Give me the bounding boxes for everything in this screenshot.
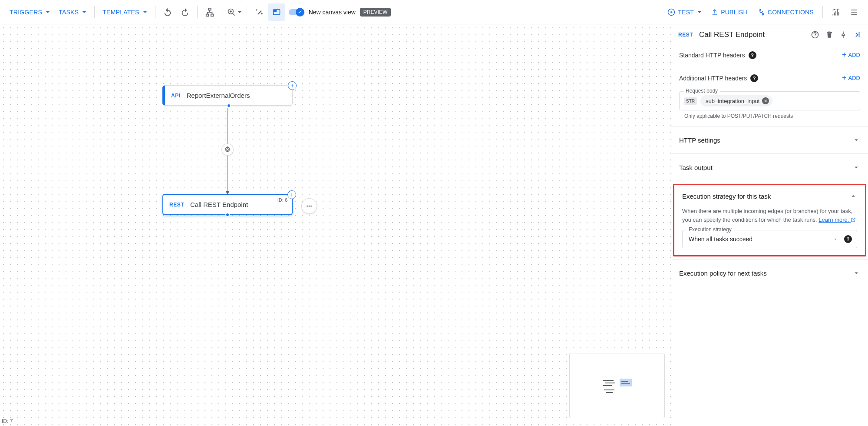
properties-panel: REST Call REST Endpoint Standard HTTP he…: [671, 24, 868, 426]
external-link-icon: [851, 217, 856, 223]
std-headers-label: Standard HTTP headers: [679, 52, 745, 59]
svg-point-10: [227, 149, 228, 150]
select-value: When all tasks succeed: [689, 236, 752, 243]
magic-button[interactable]: [251, 3, 268, 21]
exec-strategy-description: When there are multiple incoming edges (…: [674, 207, 865, 224]
layout-button[interactable]: [201, 3, 218, 21]
chevron-down-icon: [852, 163, 860, 171]
tree-icon: [205, 7, 215, 17]
separator: [822, 6, 823, 18]
addl-headers-label: Additional HTTP headers: [679, 75, 747, 82]
switch-thumb: [296, 8, 304, 17]
task-node-rest[interactable]: + REST Call REST Endpoint ID: 6: [162, 194, 293, 215]
exec-strategy-select[interactable]: When all tasks succeed: [682, 230, 857, 248]
publish-icon: [711, 9, 718, 16]
help-circle-icon: [811, 30, 819, 39]
node-add-button[interactable]: +: [288, 81, 297, 90]
tasks-menu[interactable]: TASKS: [54, 5, 91, 19]
chip-remove-button[interactable]: ✕: [762, 97, 769, 104]
caret-down-icon: [238, 11, 242, 13]
add-std-header-button[interactable]: + ADD: [842, 50, 860, 60]
caret-down-icon: [46, 11, 50, 13]
svg-rect-9: [851, 14, 857, 15]
panel-toggle-button[interactable]: [268, 3, 285, 21]
field-label: Request body: [683, 88, 720, 94]
panel-badge: REST: [678, 32, 693, 38]
triggers-menu[interactable]: TRIGGERS: [5, 5, 54, 19]
zoom-button[interactable]: [226, 3, 243, 21]
add-addl-header-button[interactable]: + ADD: [842, 73, 860, 83]
magic-wand-icon: [255, 8, 264, 17]
canvas-view-label: New canvas view: [309, 9, 356, 16]
connections-button[interactable]: CONNECTIONS: [753, 5, 818, 20]
caret-down-icon: [82, 11, 86, 13]
learn-more-link[interactable]: Learn more.: [818, 216, 856, 223]
separator: [247, 6, 247, 18]
chevron-down-icon: [852, 136, 860, 144]
request-body-input[interactable]: STR sub_integration_input ✕: [679, 91, 860, 110]
trigger-node[interactable]: + API ReportExternalOrders: [162, 85, 293, 106]
redo-button[interactable]: [176, 3, 194, 21]
publish-button[interactable]: PUBLISH: [707, 5, 752, 19]
node-port[interactable]: [227, 103, 231, 108]
add-label: ADD: [848, 75, 860, 81]
undo-button[interactable]: [159, 3, 176, 21]
exec-policy-section[interactable]: Execution policy for next tasks: [671, 262, 868, 284]
trash-icon: [825, 31, 833, 39]
http-settings-section[interactable]: HTTP settings: [671, 129, 868, 151]
connections-label: CONNECTIONS: [768, 9, 814, 16]
minimap-icon: [600, 377, 634, 394]
node-title: ReportExternalOrders: [187, 92, 250, 99]
delete-button[interactable]: [825, 31, 833, 39]
execution-strategy-section: Execution strategy for this task When th…: [673, 184, 866, 256]
undo-icon: [163, 7, 172, 17]
menu-button[interactable]: [845, 3, 863, 21]
canvas-footer-id: ID: 7: [2, 418, 13, 424]
plus-icon: +: [842, 50, 847, 60]
toolbar-right: TEST PUBLISH CONNECTIONS: [663, 3, 863, 21]
help-tooltip[interactable]: ?: [750, 74, 758, 82]
svg-rect-0: [208, 8, 211, 10]
test-label: TEST: [678, 9, 694, 16]
preview-badge: PREVIEW: [360, 8, 391, 17]
canvas[interactable]: + API ReportExternalOrders + REST Call R…: [0, 24, 671, 426]
edge-settings-button[interactable]: [221, 143, 234, 156]
section-title: Task output: [679, 164, 713, 171]
request-body-field: Request body STR sub_integration_input ✕: [679, 91, 860, 110]
pin-button[interactable]: [839, 31, 847, 39]
divider: [671, 126, 868, 126]
node-more-button[interactable]: [301, 198, 317, 214]
node-add-button[interactable]: +: [287, 190, 296, 199]
tasks-label: TASKS: [59, 9, 79, 16]
field-label: Execution strategy: [686, 226, 734, 233]
templates-menu[interactable]: TEMPLATES: [98, 5, 151, 19]
request-body-help: Only applicable to POST/PUT/PATCH reques…: [679, 113, 860, 119]
exec-strategy-header[interactable]: Execution strategy for this task: [674, 185, 865, 207]
help-tooltip[interactable]: ?: [749, 51, 756, 59]
separator: [155, 6, 155, 18]
caret-down-icon: [697, 11, 702, 13]
node-id: ID: 6: [277, 197, 287, 203]
task-output-section[interactable]: Task output: [671, 156, 868, 178]
help-tooltip[interactable]: ?: [844, 235, 852, 243]
caret-down-icon: [833, 236, 838, 242]
plus-icon: +: [842, 73, 847, 83]
variable-chip[interactable]: sub_integration_input ✕: [700, 95, 772, 106]
minimap[interactable]: [569, 353, 665, 418]
collapse-panel-button[interactable]: [853, 31, 861, 39]
divider: [671, 181, 868, 181]
svg-rect-2: [211, 14, 213, 16]
redo-icon: [180, 7, 190, 17]
analytics-button[interactable]: [827, 3, 845, 21]
chip-value: sub_integration_input: [706, 98, 759, 104]
test-button[interactable]: TEST: [663, 5, 706, 20]
help-button[interactable]: [811, 30, 819, 39]
canvas-view-switch[interactable]: [289, 8, 304, 17]
triggers-label: TRIGGERS: [10, 9, 42, 16]
section-title: Execution strategy for this task: [682, 193, 771, 200]
svg-rect-7: [851, 10, 857, 10]
add-label: ADD: [848, 52, 860, 58]
additional-headers-section: Additional HTTP headers ? + ADD Request …: [671, 67, 868, 123]
svg-rect-5: [274, 10, 276, 11]
node-port[interactable]: [225, 213, 230, 217]
